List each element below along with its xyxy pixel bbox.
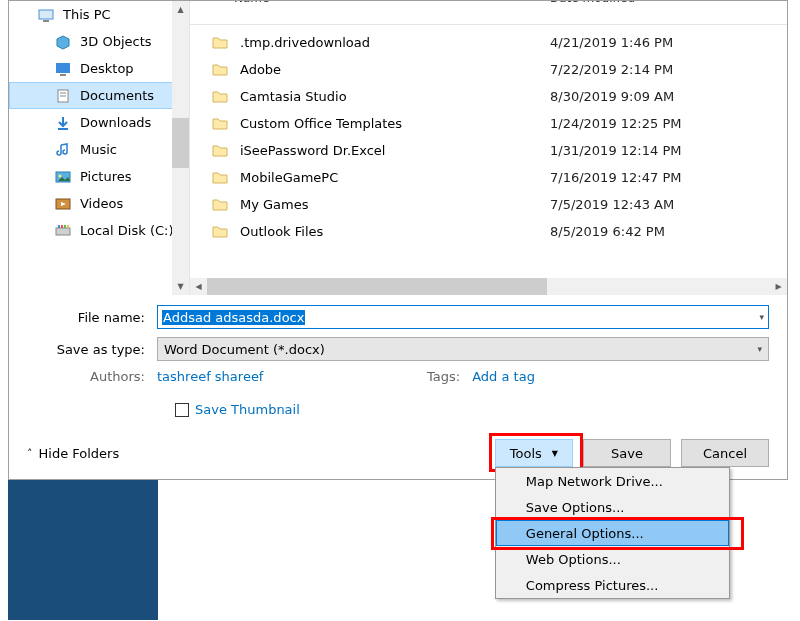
nav-item-desktop[interactable]: Desktop: [9, 55, 189, 82]
file-row[interactable]: My Games7/5/2019 12:43 AM: [190, 191, 787, 218]
nav-item-label: 3D Objects: [80, 34, 152, 49]
menu-label: Web Options...: [526, 552, 621, 567]
chevron-up-icon: ˄: [27, 447, 33, 460]
navigation-pane[interactable]: This PC 3D Objects Desktop Documents Dow…: [9, 1, 189, 295]
authors-value[interactable]: tashreef shareef: [157, 369, 427, 384]
nav-item-documents[interactable]: Documents: [9, 82, 189, 109]
folder-icon: [210, 222, 230, 242]
folder-icon: [210, 114, 230, 134]
nav-item-label: Local Disk (C:): [80, 223, 173, 238]
folder-icon: [210, 195, 230, 215]
nav-item-pictures[interactable]: Pictures: [9, 163, 189, 190]
documents-icon: [54, 87, 72, 105]
svg-rect-0: [39, 10, 53, 19]
bottom-panel: File name: Addsad adsasda.docx ▾ Save as…: [9, 295, 787, 479]
file-name: .tmp.drivedownload: [240, 35, 550, 50]
file-name: Adobe: [240, 62, 550, 77]
file-name: Custom Office Templates: [240, 116, 550, 131]
nav-item-music[interactable]: Music: [9, 136, 189, 163]
file-row[interactable]: Camtasia Studio8/30/2019 9:09 AM: [190, 83, 787, 110]
cancel-button[interactable]: Cancel: [681, 439, 769, 467]
file-date: 7/16/2019 12:47 PM: [550, 170, 681, 185]
scroll-thumb[interactable]: [172, 118, 189, 168]
dropdown-icon[interactable]: ▾: [757, 344, 762, 354]
dropdown-icon[interactable]: ▾: [759, 312, 764, 322]
scroll-thumb[interactable]: [207, 278, 547, 295]
file-name: Camtasia Studio: [240, 89, 550, 104]
nav-item-label: Music: [80, 142, 117, 157]
file-date: 1/24/2019 12:25 PM: [550, 116, 681, 131]
save-type-value: Word Document (*.docx): [164, 342, 325, 357]
desktop-icon: [54, 60, 72, 78]
scroll-up-icon[interactable]: ▲: [172, 1, 189, 18]
scroll-down-icon[interactable]: ▼: [172, 278, 189, 295]
folder-icon: [210, 87, 230, 107]
nav-item-3d-objects[interactable]: 3D Objects: [9, 28, 189, 55]
pc-icon: [37, 6, 55, 24]
nav-item-local-disk[interactable]: Local Disk (C:): [9, 217, 189, 244]
cube-icon: [54, 33, 72, 51]
menu-item-web-options[interactable]: Web Options...: [496, 546, 729, 572]
file-row[interactable]: Outlook Files8/5/2019 6:42 PM: [190, 218, 787, 245]
file-date: 8/5/2019 6:42 PM: [550, 224, 665, 239]
file-row[interactable]: Custom Office Templates1/24/2019 12:25 P…: [190, 110, 787, 137]
svg-marker-2: [57, 36, 69, 49]
svg-rect-1: [43, 20, 49, 22]
disk-icon: [54, 222, 72, 240]
file-name: Outlook Files: [240, 224, 550, 239]
nav-item-downloads[interactable]: Downloads: [9, 109, 189, 136]
column-date[interactable]: Date modified: [530, 1, 787, 14]
videos-icon: [54, 195, 72, 213]
scroll-left-icon[interactable]: ◀: [190, 278, 207, 295]
nav-item-label: Documents: [80, 88, 154, 103]
downloads-icon: [54, 114, 72, 132]
file-date: 7/22/2019 2:14 PM: [550, 62, 673, 77]
hide-folders-label: Hide Folders: [39, 446, 120, 461]
file-row[interactable]: MobileGamePC7/16/2019 12:47 PM: [190, 164, 787, 191]
file-name: MobileGamePC: [240, 170, 550, 185]
nav-vertical-scrollbar[interactable]: ▲ ▼: [172, 1, 189, 295]
file-date: 4/21/2019 1:46 PM: [550, 35, 673, 50]
column-headers[interactable]: Name Date modified: [190, 1, 787, 25]
svg-rect-14: [56, 228, 70, 235]
nav-item-label: Downloads: [80, 115, 151, 130]
svg-rect-18: [67, 225, 69, 228]
menu-label: General Options...: [526, 526, 644, 541]
nav-item-label: Videos: [80, 196, 123, 211]
tools-button[interactable]: Tools ▼: [495, 439, 573, 467]
hide-folders-toggle[interactable]: ˄ Hide Folders: [27, 446, 495, 461]
file-date: 1/31/2019 12:14 PM: [550, 143, 681, 158]
file-row[interactable]: Adobe7/22/2019 2:14 PM: [190, 56, 787, 83]
file-row[interactable]: .tmp.drivedownload4/21/2019 1:46 PM: [190, 29, 787, 56]
file-horizontal-scrollbar[interactable]: ◀ ▶: [190, 278, 787, 295]
file-list: .tmp.drivedownload4/21/2019 1:46 PM Adob…: [190, 25, 787, 245]
music-icon: [54, 141, 72, 159]
save-type-label: Save as type:: [27, 342, 157, 357]
tags-label: Tags:: [427, 369, 472, 384]
tags-value[interactable]: Add a tag: [472, 369, 535, 384]
folder-icon: [210, 168, 230, 188]
save-thumbnail-label[interactable]: Save Thumbnail: [195, 402, 300, 417]
column-name[interactable]: Name: [190, 1, 530, 14]
folder-icon: [210, 33, 230, 53]
menu-item-general-options[interactable]: General Options...: [496, 520, 729, 546]
file-row[interactable]: iSeePassword Dr.Excel1/31/2019 12:14 PM: [190, 137, 787, 164]
menu-item-compress-pictures[interactable]: Compress Pictures...: [496, 572, 729, 598]
file-name: iSeePassword Dr.Excel: [240, 143, 550, 158]
file-name: My Games: [240, 197, 550, 212]
save-thumbnail-checkbox[interactable]: [175, 403, 189, 417]
main-area: This PC 3D Objects Desktop Documents Dow…: [9, 1, 787, 295]
authors-label: Authors:: [27, 369, 157, 384]
svg-rect-15: [58, 225, 60, 228]
svg-point-10: [59, 174, 62, 177]
nav-item-this-pc[interactable]: This PC: [9, 1, 189, 28]
menu-item-save-options[interactable]: Save Options...: [496, 494, 729, 520]
pictures-icon: [54, 168, 72, 186]
menu-item-map-network-drive[interactable]: Map Network Drive...: [496, 468, 729, 494]
save-type-select[interactable]: Word Document (*.docx) ▾: [157, 337, 769, 361]
scroll-right-icon[interactable]: ▶: [770, 278, 787, 295]
nav-item-videos[interactable]: Videos: [9, 190, 189, 217]
save-button[interactable]: Save: [583, 439, 671, 467]
file-name-input[interactable]: Addsad adsasda.docx ▾: [157, 305, 769, 329]
nav-item-label: Pictures: [80, 169, 131, 184]
